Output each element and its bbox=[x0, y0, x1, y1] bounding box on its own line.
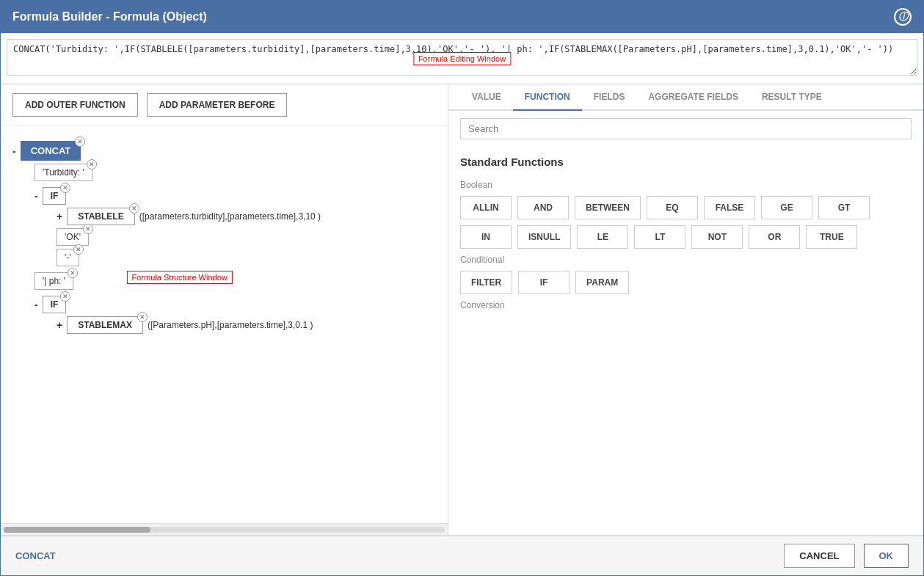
minus-icon-if1: - bbox=[34, 190, 38, 202]
fn-lt[interactable]: LT bbox=[634, 225, 685, 249]
if2-close[interactable]: ✕ bbox=[60, 291, 70, 302]
tree-node-stablele: + ✕ STABLELE ([parameters.turbidity],[pa… bbox=[57, 208, 436, 225]
stablemax-close[interactable]: ✕ bbox=[137, 312, 148, 322]
tree-node-ok: ✕ 'OK' bbox=[57, 228, 436, 246]
fn-ge[interactable]: GE bbox=[761, 196, 812, 219]
search-bar bbox=[448, 111, 923, 147]
functions-panel: Standard Functions Boolean ALLIN AND BET… bbox=[448, 147, 923, 535]
conditional-label: Conditional bbox=[460, 255, 912, 265]
stablemax-params: ([Parameters.pH],[parameters.time],3,0.1… bbox=[148, 320, 313, 330]
fn-false[interactable]: FALSE bbox=[704, 196, 755, 219]
tree-node-ph: ✕ '| ph: ' bbox=[34, 272, 436, 290]
tab-result-type[interactable]: RESULT TYPE bbox=[750, 84, 834, 111]
tab-function[interactable]: FUNCTION bbox=[513, 84, 582, 111]
h-scrollbar[interactable] bbox=[1, 523, 448, 535]
turbidity-close[interactable]: ✕ bbox=[87, 159, 97, 169]
bottom-bar: CONCAT CANCEL OK bbox=[1, 535, 923, 575]
formula-structure: - ✕ CONCAT ✕ 'Turbidity: ' - bbox=[1, 126, 448, 523]
stablemax-button[interactable]: STABLEMAX bbox=[67, 316, 143, 334]
tree-node-turbidity: ✕ 'Turbidity: ' bbox=[34, 164, 436, 181]
formula-input[interactable]: CONCAT('Turbidity: ',IF(STABLELE([parame… bbox=[7, 39, 917, 76]
add-parameter-before-button[interactable]: ADD PARAMETER BEFORE bbox=[147, 93, 288, 117]
cancel-button[interactable]: CANCEL bbox=[784, 544, 854, 568]
tree-node-if2: - ✕ IF bbox=[34, 296, 436, 313]
ok-button[interactable]: OK bbox=[864, 544, 909, 568]
fn-if[interactable]: IF bbox=[518, 271, 570, 294]
tree-node-concat-root: - ✕ CONCAT bbox=[12, 141, 436, 161]
boolean-label: Boolean bbox=[460, 180, 912, 190]
plus-icon-stablemax: + bbox=[57, 319, 62, 331]
turbidity-node-box: ✕ 'Turbidity: ' bbox=[34, 164, 92, 181]
search-input[interactable] bbox=[460, 118, 912, 139]
concat-node-box: ✕ CONCAT bbox=[21, 141, 81, 161]
stablemax-node-box: ✕ STABLEMAX bbox=[67, 316, 143, 334]
conversion-label: Conversion bbox=[460, 300, 912, 310]
conditional-grid: FILTER IF PARAM bbox=[460, 271, 912, 294]
toolbar: ADD OUTER FUNCTION ADD PARAMETER BEFORE bbox=[1, 84, 448, 126]
app-window: Formula Builder - Formula (Object) ⓘ CON… bbox=[0, 0, 924, 576]
ph-close[interactable]: ✕ bbox=[68, 268, 78, 278]
add-outer-function-button[interactable]: ADD OUTER FUNCTION bbox=[12, 93, 138, 117]
fn-filter[interactable]: FILTER bbox=[460, 271, 512, 294]
concat-button[interactable]: CONCAT bbox=[21, 141, 81, 161]
minus-icon: - bbox=[12, 145, 16, 157]
turbidity-string[interactable]: 'Turbidity: ' bbox=[34, 164, 92, 181]
fn-not[interactable]: NOT bbox=[691, 225, 743, 249]
tab-fields[interactable]: FIELDS bbox=[582, 84, 637, 111]
title-bar: Formula Builder - Formula (Object) ⓘ bbox=[1, 1, 923, 33]
formula-edit-area: CONCAT('Turbidity: ',IF(STABLELE([parame… bbox=[1, 33, 923, 84]
ok-close[interactable]: ✕ bbox=[83, 224, 93, 234]
fn-isnull[interactable]: ISNULL bbox=[517, 225, 571, 249]
fn-or[interactable]: OR bbox=[749, 225, 800, 249]
bottom-actions: CANCEL OK bbox=[784, 544, 909, 568]
ok-node-box: ✕ 'OK' bbox=[57, 228, 89, 246]
dash-node-box: ✕ '-' bbox=[57, 249, 79, 266]
concat-close[interactable]: ✕ bbox=[75, 136, 85, 147]
fn-gt[interactable]: GT bbox=[818, 196, 870, 219]
tab-aggregate-fields[interactable]: AGGREGATE FIELDS bbox=[636, 84, 749, 111]
h-scroll-track bbox=[4, 527, 445, 533]
fn-between[interactable]: BETWEEN bbox=[575, 196, 641, 219]
fn-in[interactable]: IN bbox=[460, 225, 512, 249]
boolean-grid: ALLIN AND BETWEEN EQ FALSE GE GT IN ISNU… bbox=[460, 196, 912, 249]
if2-node-box: ✕ IF bbox=[43, 296, 67, 313]
bottom-concat-label: CONCAT bbox=[15, 550, 56, 561]
tree-node-dash: ✕ '-' bbox=[57, 249, 436, 266]
tab-value[interactable]: VALUE bbox=[460, 84, 513, 111]
standard-functions-title: Standard Functions bbox=[460, 147, 912, 174]
fn-true[interactable]: TRUE bbox=[806, 225, 857, 249]
info-button[interactable]: ⓘ bbox=[894, 8, 912, 26]
main-content: ADD OUTER FUNCTION ADD PARAMETER BEFORE … bbox=[1, 84, 923, 535]
tree-node-if1: - ✕ IF bbox=[34, 187, 436, 205]
fn-param[interactable]: PARAM bbox=[575, 271, 629, 294]
fn-and[interactable]: AND bbox=[517, 196, 569, 219]
plus-icon-stablele: + bbox=[57, 211, 62, 222]
window-title: Formula Builder - Formula (Object) bbox=[12, 10, 207, 23]
right-panel: VALUE FUNCTION FIELDS AGGREGATE FIELDS R… bbox=[448, 84, 923, 535]
h-scroll-thumb[interactable] bbox=[4, 527, 150, 533]
stablele-close[interactable]: ✕ bbox=[129, 203, 139, 214]
if1-node-box: ✕ IF bbox=[43, 187, 67, 205]
if1-close[interactable]: ✕ bbox=[60, 183, 70, 193]
ph-node-box: ✕ '| ph: ' bbox=[34, 272, 73, 290]
stablele-node-box: ✕ STABLELE bbox=[67, 208, 134, 225]
fn-allin[interactable]: ALLIN bbox=[460, 196, 512, 219]
stablele-params: ([parameters.turbidity],[parameters.time… bbox=[139, 211, 321, 222]
dash-close[interactable]: ✕ bbox=[73, 244, 84, 255]
fn-le[interactable]: LE bbox=[577, 225, 628, 249]
tabs-bar: VALUE FUNCTION FIELDS AGGREGATE FIELDS R… bbox=[448, 84, 923, 111]
left-panel: ADD OUTER FUNCTION ADD PARAMETER BEFORE … bbox=[1, 84, 448, 535]
fn-eq[interactable]: EQ bbox=[647, 196, 698, 219]
tree-node-stablemax: + ✕ STABLEMAX ([Parameters.pH],[paramete… bbox=[57, 316, 436, 334]
stablele-button[interactable]: STABLELE bbox=[67, 208, 134, 225]
minus-icon-if2: - bbox=[34, 299, 38, 310]
